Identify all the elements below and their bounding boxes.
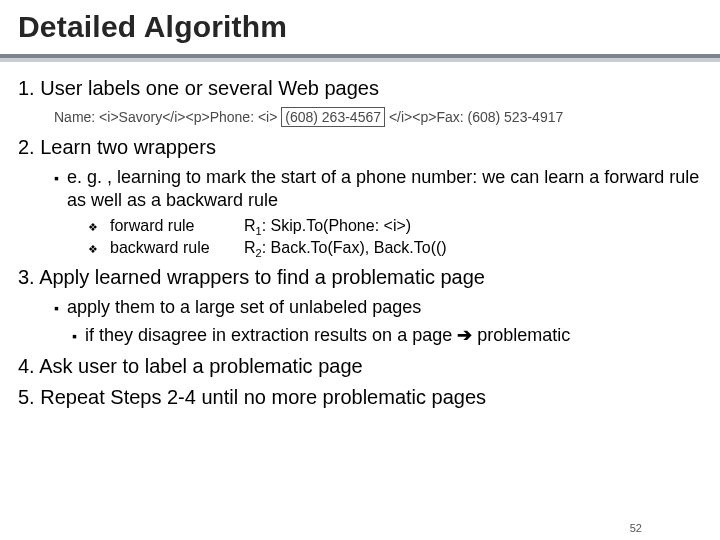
step-2-sub-text: e. g. , learning to mark the start of a … — [67, 166, 702, 211]
title-divider — [0, 54, 720, 62]
example-line: Name: <i>Savory</i><p>Phone: <i> (608) 2… — [54, 109, 702, 125]
step-4: 4. Ask user to label a problematic page — [18, 354, 702, 379]
forward-rule-label: forward rule — [110, 217, 240, 235]
page-number: 52 — [630, 522, 642, 534]
example-pre: Name: <i>Savory</i><p>Phone: <i> — [54, 109, 277, 125]
slide-body: 1. User labels one or several Web pages … — [0, 76, 720, 410]
example-post: </i><p>Fax: (608) 523-4917 — [389, 109, 563, 125]
forward-rule-value: R1: Skip.To(Phone: <i>) — [244, 217, 702, 237]
rules-grid: ❖ forward rule R1: Skip.To(Phone: <i>) ❖… — [88, 217, 702, 259]
step-2-sub: ▪ e. g. , learning to mark the start of … — [54, 166, 702, 211]
step-3-sub-2: ▪ if they disagree in extraction results… — [72, 324, 702, 348]
diamond-icon: ❖ — [88, 217, 106, 237]
step-3-sub-2-text: if they disagree in extraction results o… — [85, 324, 570, 348]
bullet-icon: ▪ — [72, 324, 77, 348]
step-3-sub-1: ▪ apply them to a large set of unlabeled… — [54, 296, 702, 320]
example-boxed: (608) 263-4567 — [281, 107, 385, 127]
bullet-icon: ▪ — [54, 166, 59, 211]
step-2: 2. Learn two wrappers — [18, 135, 702, 160]
diamond-icon: ❖ — [88, 239, 106, 259]
slide-title: Detailed Algorithm — [0, 0, 720, 50]
backward-rule-value: R2: Back.To(Fax), Back.To(() — [244, 239, 702, 259]
step-3-sub-1-text: apply them to a large set of unlabeled p… — [67, 296, 421, 320]
backward-rule-label: backward rule — [110, 239, 240, 257]
step-3: 3. Apply learned wrappers to find a prob… — [18, 265, 702, 290]
bullet-icon: ▪ — [54, 296, 59, 320]
step-1: 1. User labels one or several Web pages — [18, 76, 702, 101]
arrow-icon: ➔ — [457, 325, 472, 345]
step-5: 5. Repeat Steps 2-4 until no more proble… — [18, 385, 702, 410]
